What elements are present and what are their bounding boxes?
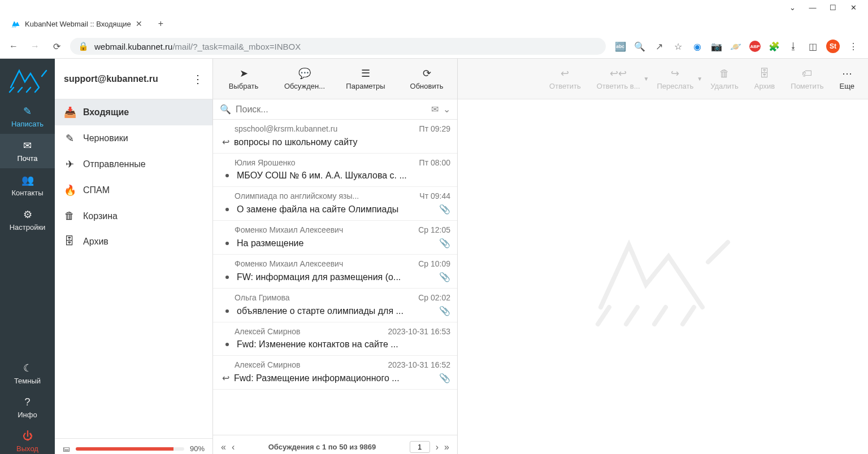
search-chevron-icon[interactable]: ⌄ (443, 104, 450, 115)
window-minimize-icon[interactable]: — (808, 3, 817, 12)
app-logo[interactable] (0, 59, 55, 99)
search-input[interactable] (236, 104, 427, 115)
message-subject: вопросы по школьному сайту (234, 137, 450, 147)
folder-item-trash[interactable]: 🗑Корзина (55, 203, 212, 229)
download-icon[interactable]: ⭳ (788, 41, 799, 52)
toolbar-select-label: Выбрать (229, 82, 258, 90)
preview-mark[interactable]: 🏷 Пометить (783, 64, 831, 94)
forward-icon: ↪ (671, 67, 679, 80)
message-item[interactable]: Фоменко Михаил АлексеевичСр 12:05 На раз… (213, 221, 457, 255)
pager-page-input[interactable] (410, 441, 430, 453)
toolbar-refresh[interactable]: ⟳ Обновить (396, 64, 457, 94)
window-maximize-icon[interactable]: ☐ (828, 3, 837, 12)
message-item[interactable]: Юлия ЯрошенкоПт 08:00 МБОУ СОШ № 6 им. А… (213, 154, 457, 187)
search-scope-icon[interactable]: ✉ (431, 104, 439, 115)
nav-info[interactable]: ? Инфо (0, 391, 55, 425)
new-tab-button[interactable]: + (154, 16, 168, 31)
preview-archive[interactable]: 🗄 Архив (747, 64, 783, 94)
toolbar-select[interactable]: ➤ Выбрать (213, 64, 274, 94)
camera-icon[interactable]: 📷 (711, 41, 722, 52)
preview-delete[interactable]: 🗑 Удалить (702, 64, 747, 94)
extensions-icon[interactable]: 🧩 (769, 41, 780, 52)
message-item[interactable]: Ольга ГримоваСр 02:02 объявление о старт… (213, 289, 457, 322)
folder-label: Входящие (83, 107, 129, 117)
zoom-icon[interactable]: 🔍 (634, 41, 645, 52)
abp-icon[interactable]: ABP (749, 41, 761, 52)
ext-2-icon[interactable]: 🪐 (730, 41, 741, 52)
ext-1-icon[interactable]: ◉ (692, 41, 703, 52)
gear-icon: ⚙ (23, 208, 32, 221)
forward-chevron-icon[interactable]: ▼ (697, 76, 702, 82)
paperclip-icon: 📎 (439, 272, 450, 282)
folder-item-inbox[interactable]: 📥Входящие (55, 99, 212, 125)
toolbar-threads-label: Обсужден... (284, 82, 325, 90)
compose-icon: ✎ (23, 105, 32, 117)
pager-next[interactable]: › (436, 442, 439, 452)
preview-delete-label: Удалить (710, 82, 739, 90)
preview-forward[interactable]: ↪ Переслать (649, 64, 702, 94)
reply-all-icon: ↩↩ (610, 67, 627, 80)
message-from: Ольга Гримова (235, 293, 290, 302)
url-bar[interactable]: 🔒 webmail.kubannet.ru/mail/?_task=mail&_… (70, 38, 606, 55)
reply-all-chevron-icon[interactable]: ▼ (644, 76, 649, 82)
message-toolbar: ➤ Выбрать 💬 Обсужден... ☰ Параметры ⟳ Об… (213, 59, 457, 99)
message-list[interactable]: spschool@krsrm.kubannet.ruПт 09:29 ↩вопр… (213, 120, 457, 435)
folder-item-pencil[interactable]: ✎Черновики (55, 125, 212, 151)
message-item[interactable]: Алексей Смирнов2023-10-31 16:52 ↩Fwd: Ра… (213, 356, 457, 390)
quota-fill (76, 447, 173, 451)
folder-column: support@kubannet.ru ⋮ 📥Входящие✎Черновик… (55, 59, 213, 454)
pager-prev[interactable]: ‹ (232, 442, 235, 452)
message-item[interactable]: Алексей Смирнов2023-10-31 16:53 Fwd: Изм… (213, 322, 457, 356)
translate-icon[interactable]: 🔤 (615, 41, 626, 52)
folder-item-paper-plane[interactable]: ✈Отправленные (55, 151, 212, 177)
disk-icon: 🖴 (63, 444, 70, 453)
pager-info: Обсуждения с 1 по 50 из 9869 (240, 443, 404, 451)
back-button[interactable]: ← (6, 38, 21, 54)
browser-tab[interactable]: KubanNet Webmail :: Входящие ✕ (5, 16, 149, 32)
nav-dark[interactable]: ☾ Темный (0, 356, 55, 391)
account-menu-icon[interactable]: ⋮ (192, 72, 203, 86)
tab-bar: KubanNet Webmail :: Входящие ✕ + (0, 13, 868, 34)
nav-mail[interactable]: ✉ Почта (0, 134, 55, 168)
toolbar-threads[interactable]: 💬 Обсужден... (274, 64, 335, 94)
comments-icon: 💬 (298, 67, 311, 80)
preview-mark-label: Пометить (791, 82, 823, 90)
message-date: Ср 10:09 (418, 259, 450, 268)
nav-exit[interactable]: ⏻ Выход (0, 425, 55, 454)
pager-first[interactable]: « (221, 442, 226, 452)
preview-more[interactable]: ⋯ Еще (832, 64, 862, 94)
message-item[interactable]: spschool@krsrm.kubannet.ruПт 09:29 ↩вопр… (213, 120, 457, 154)
unread-dot-icon (225, 174, 229, 177)
nav-compose[interactable]: ✎ Написать (0, 99, 55, 134)
reload-button[interactable]: ⟳ (49, 38, 64, 54)
folder-label: Корзина (83, 211, 118, 221)
profile-avatar[interactable]: St (826, 40, 840, 53)
message-from: spschool@krsrm.kubannet.ru (235, 124, 337, 133)
preview-forward-label: Переслать (657, 82, 694, 90)
sidepanel-icon[interactable]: ◫ (807, 41, 818, 52)
refresh-icon: ⟳ (423, 67, 431, 80)
nav-contacts[interactable]: 👥 Контакты (0, 168, 55, 203)
share-icon[interactable]: ↗ (653, 41, 665, 52)
chrome-menu-icon[interactable]: ⋮ (848, 41, 859, 52)
window-dropdown-icon[interactable]: ⌄ (788, 3, 797, 12)
forward-button[interactable]: → (27, 38, 43, 54)
window-close-icon[interactable]: ✕ (849, 3, 858, 12)
pager-last[interactable]: » (444, 442, 449, 452)
folder-item-fire[interactable]: 🔥СПАМ (55, 177, 212, 203)
preview-reply-all[interactable]: ↩↩ Ответить в... (589, 64, 648, 94)
message-item[interactable]: Олимпиада по английскому язы...Чт 09:44 … (213, 187, 457, 221)
preview-reply[interactable]: ↩ Ответить (541, 64, 589, 94)
reply-arrow-icon: ↩ (222, 373, 229, 383)
message-item[interactable]: Фоменко Михаил АлексеевичСр 10:09 FW: ин… (213, 255, 457, 289)
preview-body (458, 99, 868, 454)
tab-close-icon[interactable]: ✕ (136, 19, 142, 28)
sliders-icon: ☰ (361, 67, 370, 80)
preview-archive-label: Архив (754, 82, 775, 90)
nav-settings[interactable]: ⚙ Настройки (0, 203, 55, 237)
toolbar-options[interactable]: ☰ Параметры (335, 64, 396, 94)
mail-icon: ✉ (23, 139, 32, 152)
folder-item-archive[interactable]: 🗄Архив (55, 229, 212, 254)
unread-dot-icon (225, 242, 229, 245)
bookmark-icon[interactable]: ☆ (672, 41, 684, 52)
